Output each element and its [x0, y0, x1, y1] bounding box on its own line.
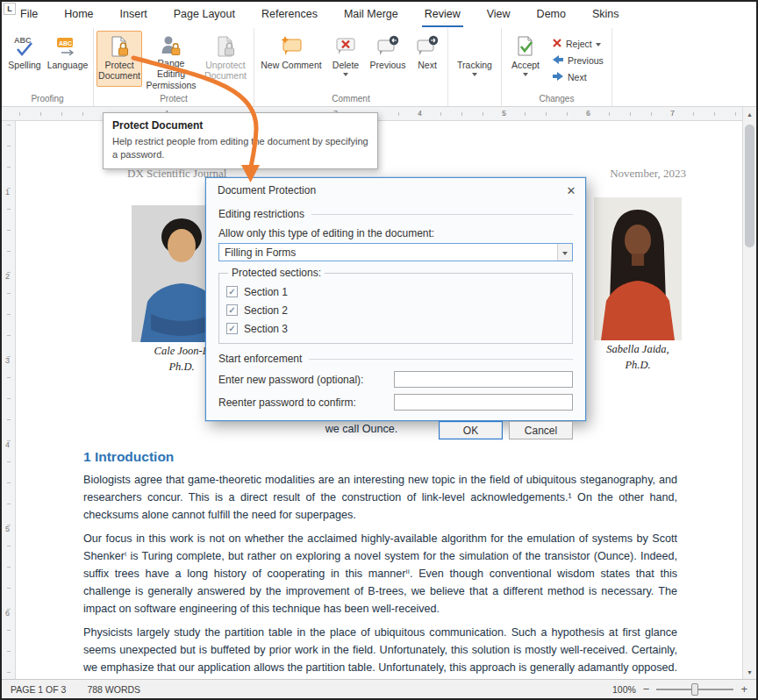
vertical-scrollbar[interactable]: ▲ ▼ — [742, 107, 756, 679]
paragraph: Physicists largely study the partition t… — [83, 625, 677, 679]
accept-dropdown-caret — [523, 73, 528, 76]
next-comment-label: Next — [418, 60, 437, 70]
ruler-number: 7 — [670, 109, 675, 118]
language-button[interactable]: ABC Language — [45, 31, 90, 87]
accept-change-icon — [514, 34, 537, 59]
range-editing-permissions-label: Range Editing Permissions — [145, 58, 197, 90]
menu-tab-skins[interactable]: Skins — [579, 2, 633, 28]
caption-sabella: Sabella Jaida, Ph.D. — [588, 342, 688, 373]
menu-tab-insert[interactable]: Insert — [107, 2, 161, 28]
section-2-checkbox[interactable]: ✓ Section 2 — [226, 301, 565, 319]
checkbox-checked-icon: ✓ — [226, 304, 238, 316]
menu-bar: File Home Insert Page Layout References … — [2, 2, 756, 28]
paragraph: Biologists agree that game-theoretic mod… — [83, 472, 677, 524]
next-change-button[interactable]: Next — [547, 68, 609, 85]
editing-restrictions-group-label: Editing restrictions — [218, 208, 304, 220]
editing-type-value: Filling in Forms — [225, 246, 296, 259]
range-editing-permissions-button[interactable]: Range Editing Permissions — [142, 31, 200, 87]
section-heading: 1 Introduction — [83, 449, 174, 465]
zoom-in-button[interactable]: + — [740, 683, 747, 695]
tracking-button[interactable]: Tracking — [451, 31, 498, 87]
close-icon[interactable]: ✕ — [561, 180, 582, 201]
language-label: Language — [47, 60, 89, 70]
vertical-ruler[interactable]: 1 2 3 4 5 6 — [2, 121, 16, 679]
group-label-changes: Changes — [504, 94, 609, 106]
new-comment-button[interactable]: New Comment — [257, 31, 325, 87]
tooltip-body: Help restrict people from editing the do… — [112, 135, 368, 161]
previous-change-label: Previous — [568, 55, 604, 66]
tooltip-title: Protect Document — [112, 119, 368, 132]
ruler-number: 6 — [586, 109, 590, 118]
delete-comment-dropdown-caret — [343, 73, 348, 76]
tab-stop-selector[interactable]: L — [4, 3, 16, 15]
delete-comment-button[interactable]: Delete — [325, 31, 366, 87]
section-1-label: Section 1 — [244, 286, 288, 298]
section-1-checkbox[interactable]: ✓ Section 1 — [226, 282, 565, 301]
zoom-slider-thumb[interactable] — [691, 683, 698, 696]
new-password-label: Enter new password (optional): — [218, 374, 363, 386]
ruler-ticks — [7, 125, 11, 675]
accept-change-label: Accept — [511, 60, 540, 70]
next-comment-icon — [416, 34, 439, 59]
menu-tab-home[interactable]: Home — [51, 2, 106, 28]
section-3-checkbox[interactable]: ✓ Section 3 — [226, 319, 565, 338]
document-protection-dialog: Document Protection ✕ Editing restrictio… — [205, 177, 586, 421]
zoom-out-button[interactable]: − — [643, 683, 650, 695]
menu-tab-review[interactable]: Review — [411, 2, 474, 28]
tracking-label: Tracking — [457, 60, 492, 70]
protect-document-button[interactable]: Protect Document — [97, 31, 142, 87]
ruler-number: 1 — [5, 188, 10, 196]
section-2-label: Section 2 — [244, 304, 288, 317]
status-bar: PAGE 1 OF 3 788 WORDS 100% − + — [2, 679, 756, 698]
accept-change-button[interactable]: Accept — [504, 31, 547, 87]
confirm-password-input[interactable] — [394, 394, 573, 411]
scrollbar-thumb[interactable] — [745, 125, 754, 247]
group-label-protect: Protect — [97, 94, 251, 106]
previous-comment-button[interactable]: Previous — [366, 31, 410, 87]
unprotect-document-icon — [214, 34, 237, 59]
app-window: File Home Insert Page Layout References … — [0, 0, 758, 700]
cancel-button[interactable]: Cancel — [509, 421, 573, 439]
confirm-password-label: Reenter password to confirm: — [218, 396, 356, 409]
delete-comment-label: Delete — [333, 60, 359, 70]
ok-button[interactable]: OK — [439, 421, 503, 439]
menu-tab-references[interactable]: References — [248, 2, 331, 28]
ruler-number: 4 — [5, 440, 10, 449]
allow-editing-label: Allow only this type of editing in the d… — [218, 227, 573, 239]
previous-change-icon — [552, 54, 564, 67]
ribbon-group-comment: New Comment Delete Previous — [254, 28, 448, 106]
new-comment-icon — [280, 34, 303, 59]
menu-tab-view[interactable]: View — [474, 2, 524, 28]
new-password-input[interactable] — [394, 371, 573, 388]
reject-change-button[interactable]: Reject — [547, 35, 609, 52]
combobox-dropdown-button[interactable] — [557, 244, 572, 261]
dialog-title: Document Protection — [218, 184, 316, 196]
caption-sabella-degree: Ph.D. — [588, 358, 688, 374]
previous-comment-label: Previous — [370, 60, 406, 70]
ruler-number: 4 — [418, 109, 422, 118]
scroll-down-button[interactable]: ▼ — [743, 665, 756, 679]
menu-tab-demo[interactable]: Demo — [524, 2, 579, 28]
chevron-down-icon — [562, 252, 568, 255]
previous-comment-icon — [376, 34, 399, 59]
menu-tab-page-layout[interactable]: Page Layout — [161, 2, 248, 28]
scroll-up-button[interactable]: ▲ — [743, 107, 756, 121]
spelling-button[interactable]: ABC Spelling — [4, 31, 45, 87]
paragraph: Our focus in this work is not on whether… — [83, 531, 677, 618]
group-label-proofing: Proofing — [4, 94, 90, 106]
delete-comment-icon — [334, 34, 357, 59]
next-change-icon — [552, 71, 564, 83]
range-editing-permissions-icon — [160, 34, 182, 57]
previous-change-button[interactable]: Previous — [547, 52, 609, 68]
unprotect-document-button[interactable]: Unprotect Document — [200, 31, 251, 87]
svg-text:ABC: ABC — [59, 40, 72, 46]
protected-sections-label: Protected sections: — [228, 267, 325, 279]
menu-tab-mail-merge[interactable]: Mail Merge — [331, 2, 411, 28]
group-label-comment: Comment — [257, 94, 445, 106]
page-indicator: PAGE 1 OF 3 — [11, 684, 66, 695]
unprotect-document-label: Unprotect Document — [203, 60, 248, 82]
checkbox-checked-icon: ✓ — [226, 323, 238, 334]
zoom-slider[interactable] — [656, 689, 733, 690]
editing-type-combobox[interactable]: Filling in Forms — [218, 243, 573, 261]
next-comment-button[interactable]: Next — [410, 31, 445, 87]
